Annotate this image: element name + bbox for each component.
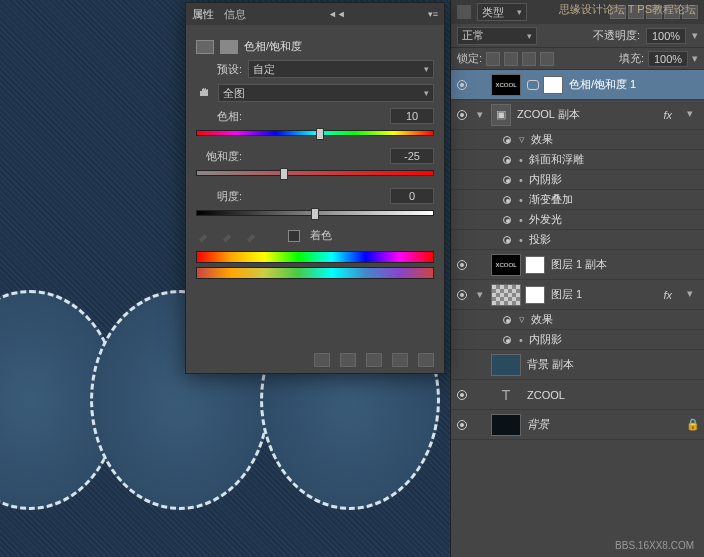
panel-tabs: 属性 信息 ◄◄ ▾≡	[186, 3, 444, 25]
visibility-toggle[interactable]	[455, 418, 469, 432]
panel-menu-icon[interactable]: ▾≡	[428, 9, 438, 19]
panel-collapse-icon[interactable]: ◄◄	[328, 9, 346, 19]
layer-effect-item[interactable]: •斜面和浮雕	[451, 150, 704, 170]
clip-to-layer-icon[interactable]	[314, 353, 330, 367]
layer-effect-item[interactable]: •外发光	[451, 210, 704, 230]
visibility-toggle[interactable]	[501, 194, 513, 206]
filter-kind-select[interactable]: 类型	[477, 3, 527, 21]
lock-position-icon[interactable]	[522, 52, 536, 66]
visibility-toggle[interactable]	[501, 214, 513, 226]
range-select[interactable]: 全图	[218, 84, 434, 102]
visibility-toggle[interactable]	[501, 174, 513, 186]
hue-slider[interactable]	[196, 130, 434, 140]
layer-mask-thumb[interactable]	[543, 76, 563, 94]
visibility-toggle[interactable]	[501, 154, 513, 166]
watermark-text: 思缘设计论坛 T PS教程论坛	[559, 2, 696, 17]
saturation-label: 饱和度:	[196, 149, 242, 164]
visibility-toggle[interactable]	[501, 234, 513, 246]
opacity-label: 不透明度:	[593, 28, 640, 43]
lock-icon: 🔒	[686, 418, 700, 431]
eyedropper-icon[interactable]	[196, 229, 210, 243]
layer-row[interactable]: ▾图层 1fx▾	[451, 280, 704, 310]
visibility-toggle[interactable]	[455, 108, 469, 122]
properties-panel: 属性 信息 ◄◄ ▾≡ 色相/饱和度 预设: 自定 全图 色相: 10 饱和度:…	[185, 2, 445, 374]
layer-row[interactable]: TZCOOL	[451, 380, 704, 410]
watermark-url: BBS.16XX8.COM	[615, 540, 694, 551]
saturation-slider[interactable]	[196, 170, 434, 180]
layer-effect-item[interactable]: •渐变叠加	[451, 190, 704, 210]
chevron-down-icon[interactable]: ▾	[692, 29, 698, 42]
lock-transparent-icon[interactable]	[486, 52, 500, 66]
chevron-down-icon[interactable]: ▾	[680, 287, 700, 303]
delete-icon[interactable]	[418, 353, 434, 367]
layer-mask-thumb[interactable]	[525, 256, 545, 274]
adjustment-title: 色相/饱和度	[244, 39, 302, 54]
visibility-toggle[interactable]	[455, 78, 469, 92]
visibility-toggle[interactable]	[455, 288, 469, 302]
saturation-input[interactable]: -25	[390, 148, 434, 164]
layer-effect-item[interactable]: ▿效果	[451, 130, 704, 150]
colorize-label: 着色	[310, 228, 332, 243]
layer-row[interactable]: XCOOL图层 1 副本	[451, 250, 704, 280]
hue-input[interactable]: 10	[390, 108, 434, 124]
lock-pixels-icon[interactable]	[504, 52, 518, 66]
lock-all-icon[interactable]	[540, 52, 554, 66]
blend-mode-select[interactable]: 正常	[457, 27, 537, 45]
hand-tool-icon[interactable]	[196, 85, 212, 101]
visibility-toggle[interactable]	[501, 134, 513, 146]
colorize-checkbox[interactable]	[288, 230, 300, 242]
fx-badge[interactable]: fx	[663, 289, 672, 301]
layer-row[interactable]: 背景🔒	[451, 410, 704, 440]
layer-effect-item[interactable]: •内阴影	[451, 330, 704, 350]
fill-label: 填充:	[619, 51, 644, 66]
chevron-down-icon[interactable]: ▾	[692, 52, 698, 65]
fill-input[interactable]: 100%	[648, 51, 688, 67]
visibility-toggle[interactable]	[455, 388, 469, 402]
visibility-toggle[interactable]	[501, 314, 513, 326]
opacity-input[interactable]: 100%	[646, 28, 686, 44]
layer-row[interactable]: 背景 副本	[451, 350, 704, 380]
visibility-toggle[interactable]	[455, 258, 469, 272]
layers-panel: 类型 正常 不透明度: 100% ▾ 锁定: 填充: 100% ▾ XCOOL色…	[450, 0, 704, 557]
toggle-visibility-icon[interactable]	[392, 353, 408, 367]
preset-select[interactable]: 自定	[248, 60, 434, 78]
layer-row[interactable]: XCOOL色相/饱和度 1	[451, 70, 704, 100]
preset-label: 预设:	[196, 62, 242, 77]
color-range-bars	[196, 251, 434, 279]
layer-row[interactable]: ▾▣ZCOOL 副本fx▾	[451, 100, 704, 130]
hue-label: 色相:	[196, 109, 242, 124]
adjustment-icon	[196, 40, 214, 54]
link-icon	[527, 80, 539, 90]
layer-effect-item[interactable]: •内阴影	[451, 170, 704, 190]
chevron-down-icon[interactable]: ▾	[680, 107, 700, 123]
eyedropper-add-icon[interactable]	[220, 229, 234, 243]
visibility-toggle[interactable]	[501, 334, 513, 346]
eyedropper-sub-icon[interactable]	[244, 229, 258, 243]
layer-effect-item[interactable]: ▿效果	[451, 310, 704, 330]
lock-label: 锁定:	[457, 51, 482, 66]
layer-mask-thumb[interactable]	[525, 286, 545, 304]
lightness-label: 明度:	[196, 189, 242, 204]
layer-effect-item[interactable]: •投影	[451, 230, 704, 250]
lightness-input[interactable]: 0	[390, 188, 434, 204]
visibility-toggle[interactable]	[455, 358, 469, 372]
view-previous-icon[interactable]	[340, 353, 356, 367]
tab-info[interactable]: 信息	[224, 7, 246, 22]
tab-properties[interactable]: 属性	[192, 7, 214, 22]
lightness-slider[interactable]	[196, 210, 434, 220]
layer-list: XCOOL色相/饱和度 1▾▣ZCOOL 副本fx▾▿效果•斜面和浮雕•内阴影•…	[451, 70, 704, 557]
reset-icon[interactable]	[366, 353, 382, 367]
mask-icon[interactable]	[220, 40, 238, 54]
filter-kind-icon[interactable]	[457, 5, 471, 19]
fx-badge[interactable]: fx	[663, 109, 672, 121]
